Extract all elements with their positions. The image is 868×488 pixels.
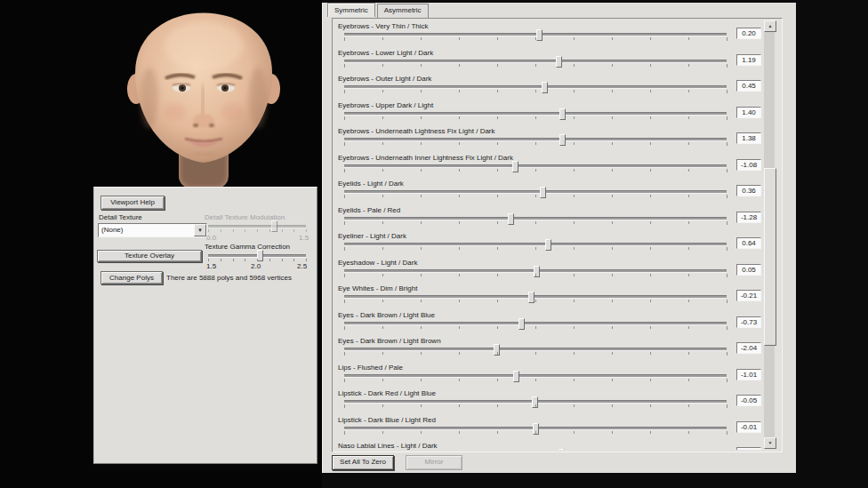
slider-track[interactable] [344,427,727,430]
slider-value-input[interactable]: 1.38 [736,132,761,144]
slider-label: Eyeshadow - Light / Dark [338,259,417,267]
slider-value-input[interactable]: 0.64 [736,237,761,249]
change-polys-button[interactable]: Change Polys [100,271,163,284]
slider-value-input[interactable]: 0.20 [736,28,761,39]
slider-label: Eyebrows - Upper Dark / Light [338,101,433,109]
slider-ticks [344,274,727,277]
slider-ticks [344,379,727,382]
slider-track[interactable] [344,85,727,89]
slider-ticks [344,352,727,356]
slider-row: Eyeshadow - Light / Dark 0.05 [333,257,761,284]
slider-track[interactable] [344,217,727,220]
tab-asymmetric[interactable]: Asymmetric [377,4,429,18]
slider-scrollbar[interactable]: ▲ ▼ [764,20,775,449]
slider-value-input[interactable]: -1.01 [736,369,761,380]
slider-track[interactable] [344,243,727,246]
slider-track[interactable] [344,374,727,378]
slider-value-input[interactable]: 0.05 [736,264,761,276]
slider-value-input[interactable]: 1.34 [736,447,761,450]
slider-value-input[interactable]: 0.36 [736,185,761,196]
detail-texture-select[interactable]: (None) ▼ [98,223,207,237]
slider-label: Eyes - Dark Brown / Light Blue [338,311,435,319]
slider-value-input[interactable]: 0.45 [736,80,761,92]
tab-symmetric[interactable]: Symmetric [327,3,375,17]
mirror-button[interactable]: Mirror [406,455,462,470]
viewport-control-panel: Viewport Help Detail Texture (None) ▼ De… [93,187,317,464]
slider-row: Eyebrows - Upper Dark / Light 1.40 [333,100,761,126]
slider-track[interactable] [344,400,727,404]
slider-value-input[interactable]: -0.21 [736,290,761,301]
slider-label: Lipstick - Dark Blue / Light Red [338,416,436,424]
slider-ticks [344,90,727,93]
gamma-tick-1: 1.5 [206,262,216,270]
set-all-to-zero-button[interactable]: Set All To Zero [332,455,394,470]
slider-value-input[interactable]: -0.73 [736,316,761,328]
slider-track[interactable] [344,322,727,325]
slider-label: Eyebrows - Very Thin / Thick [338,22,429,30]
nose [202,85,204,117]
slider-ticks [344,37,727,41]
scroll-up-arrow-icon: ▲ [768,23,773,28]
slider-label: Eyebrows - Outer Light / Dark [338,75,431,83]
slider-track[interactable] [344,190,727,194]
slider-thumb[interactable] [559,449,565,450]
slider-track[interactable] [344,33,727,36]
slider-value-input[interactable]: 1.19 [736,54,761,66]
slider-row: Eye Whites - Dim / Bright -0.21 [333,283,761,309]
slider-ticks [344,221,727,225]
slider-ticks [344,431,727,435]
slider-track[interactable] [344,60,727,63]
slider-label: Eyeliner - Light / Dark [338,232,406,240]
slider-row: Eyebrows - Underneath Inner Lightness Fi… [333,152,761,179]
slider-label: Eyebrows - Underneath Inner Lightness Fi… [338,154,513,162]
gamma-tick-3: 2.5 [297,262,307,270]
slider-label: Eyebrows - Lower Light / Dark [338,49,433,57]
viewport-help-button[interactable]: Viewport Help [100,196,165,210]
combo-dropdown-arrow-icon[interactable]: ▼ [194,224,206,236]
slider-value-input[interactable]: -1.08 [736,159,761,171]
slider-value-input[interactable]: -0.05 [736,395,761,406]
slider-ticks [344,300,727,303]
slider-label: Eyelids - Light / Dark [338,180,404,188]
modulation-max-label: 1.5 [299,234,309,242]
slider-value-input[interactable]: -2.04 [736,342,761,354]
slider-track[interactable] [344,138,727,141]
slider-label: Lipstick - Dark Red / Light Blue [338,389,436,397]
slider-row: Lipstick - Dark Red / Light Blue -0.05 [333,388,761,414]
slider-label: Eyebrows - Underneath Lightness Fix Ligh… [338,127,495,135]
slider-row: Naso Labial Lines - Light / Dark 1.34 [333,440,761,450]
slider-rows: Eyebrows - Very Thin / Thick 0.20 Eyebro… [333,20,761,450]
slider-track[interactable] [344,295,727,299]
slider-value-input[interactable]: 1.40 [736,107,761,118]
slider-track[interactable] [344,164,727,168]
texture-slider-panel: Symmetric Asymmetric Eyebrows - Very Thi… [322,3,796,473]
slider-ticks [344,64,727,68]
slider-row: Eyelids - Pale / Red -1.28 [333,204,761,231]
symmetry-tabs: Symmetric Asymmetric [327,4,430,18]
slider-label: Lips - Flushed / Pale [338,364,403,372]
scroll-down-button[interactable]: ▼ [764,437,776,449]
texture-overlay-button[interactable]: Texture Overlay [97,250,202,262]
slider-row: Eyes - Dark Brown / Light Brown -2.04 [333,335,761,362]
detail-texture-selected-value: (None) [101,226,123,234]
slider-track[interactable] [344,348,727,351]
slider-track[interactable] [344,269,727,273]
slider-track[interactable] [344,112,727,116]
slider-ticks [344,195,727,198]
slider-value-input[interactable]: -0.01 [736,421,761,433]
slider-row: Lips - Flushed / Pale -1.01 [333,362,761,388]
gamma-tick-2: 2.0 [251,262,261,270]
scrollbar-thumb[interactable] [764,168,776,346]
polys-count-text: There are 5888 polys and 5968 vertices [166,274,292,282]
slider-row: Eyeliner - Light / Dark 0.64 [333,230,761,257]
slider-value-input[interactable]: -1.28 [736,212,761,223]
scroll-up-button[interactable]: ▲ [764,20,776,32]
slider-label: Eyes - Dark Brown / Light Brown [338,337,441,345]
slider-row: Eyebrows - Underneath Lightness Fix Ligh… [333,125,761,152]
app-window: Viewport Help Detail Texture (None) ▼ De… [0,0,868,488]
slider-ticks [344,142,727,146]
slider-label: Eye Whites - Dim / Bright [338,284,417,292]
slider-row: Eyelids - Light / Dark 0.36 [333,178,761,204]
scroll-down-arrow-icon: ▼ [768,440,773,445]
slider-label: Naso Labial Lines - Light / Dark [338,442,438,450]
